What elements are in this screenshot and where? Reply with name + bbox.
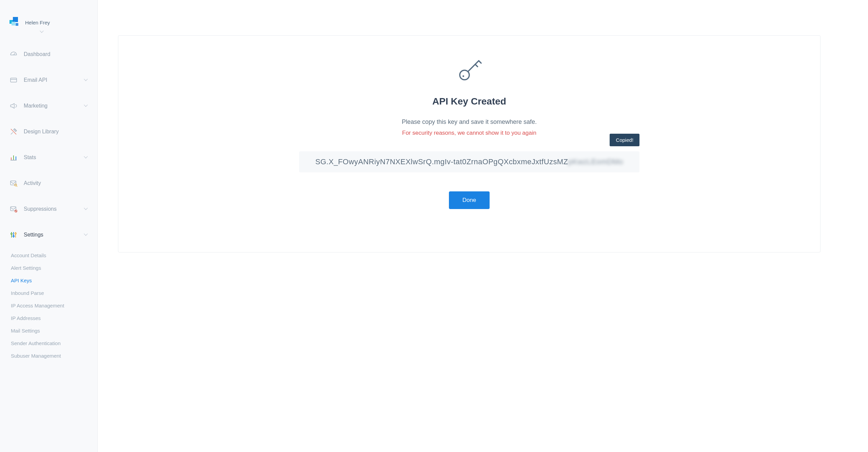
sidebar-item-marketing[interactable]: Marketing	[0, 93, 97, 119]
sliders-icon	[9, 231, 18, 239]
chevron-down-icon	[40, 30, 44, 34]
sidebar-item-email-api[interactable]: Email API	[0, 67, 97, 93]
nav-label: Activity	[24, 180, 41, 186]
sidebar-item-design-library[interactable]: Design Library	[0, 119, 97, 145]
api-key-visible-text: SG.X_FOwyANRiyN7NXEXlwSrQ.mgIv-tat0ZrnaO…	[315, 157, 568, 166]
account-name: Helen Frey	[25, 20, 50, 25]
chevron-down-icon	[84, 156, 88, 159]
api-key-obscured-text: pKwzLEomDMo	[568, 157, 623, 166]
nav-label: Marketing	[24, 103, 47, 109]
api-key-created-panel: API Key Created Please copy this key and…	[118, 35, 821, 252]
nav-label: Stats	[24, 154, 36, 161]
settings-subnav: Account Details Alert Settings API Keys …	[0, 248, 97, 365]
subnav-alert-settings[interactable]: Alert Settings	[7, 262, 97, 274]
chevron-down-icon	[84, 233, 88, 237]
panel-warning: For security reasons, we cannot show it …	[402, 130, 536, 136]
key-icon	[455, 56, 484, 84]
nav-label: Dashboard	[24, 51, 50, 57]
sidebar: Helen Frey Dashboard Email API Marketing	[0, 0, 98, 452]
subnav-inbound-parse[interactable]: Inbound Parse	[7, 287, 97, 299]
subnav-ip-addresses[interactable]: IP Addresses	[7, 312, 97, 324]
api-key-value[interactable]: SG.X_FOwyANRiyN7NXEXlwSrQ.mgIv-tat0ZrnaO…	[299, 151, 639, 172]
card-icon	[9, 76, 18, 84]
svg-rect-0	[11, 78, 17, 82]
subnav-account-details[interactable]: Account Details	[7, 249, 97, 262]
subnav-subuser-mgmt[interactable]: Subuser Management	[7, 350, 97, 362]
subnav-sender-auth[interactable]: Sender Authentication	[7, 337, 97, 350]
chevron-down-icon	[84, 78, 88, 82]
nav-label: Settings	[24, 232, 43, 238]
panel-title: API Key Created	[432, 96, 506, 107]
chevron-down-icon	[84, 207, 88, 211]
svg-point-7	[15, 233, 16, 234]
subnav-api-keys[interactable]: API Keys	[7, 274, 97, 287]
tools-icon	[9, 128, 18, 136]
sidebar-item-activity[interactable]: Activity	[0, 170, 97, 196]
svg-point-5	[11, 233, 12, 234]
gauge-icon	[9, 50, 18, 58]
bar-chart-icon	[9, 153, 18, 162]
nav-label: Suppressions	[24, 206, 57, 212]
sidebar-item-dashboard[interactable]: Dashboard	[0, 41, 97, 67]
sidebar-item-settings[interactable]: Settings	[0, 222, 97, 248]
nav-label: Email API	[24, 77, 47, 83]
panel-instruction: Please copy this key and save it somewhe…	[402, 118, 537, 126]
done-button[interactable]: Done	[449, 191, 490, 209]
copied-tooltip: Copied!	[610, 134, 639, 146]
nav-label: Design Library	[24, 129, 59, 135]
svg-point-6	[13, 236, 14, 237]
main-content: API Key Created Please copy this key and…	[98, 0, 868, 452]
subnav-ip-access[interactable]: IP Access Management	[7, 299, 97, 312]
sidebar-item-stats[interactable]: Stats	[0, 145, 97, 170]
api-key-container: Copied! SG.X_FOwyANRiyN7NXEXlwSrQ.mgIv-t…	[299, 151, 639, 172]
envelope-search-icon	[9, 179, 18, 187]
sidebar-item-suppressions[interactable]: Suppressions	[0, 196, 97, 222]
account-switcher[interactable]: Helen Frey	[0, 10, 97, 41]
svg-point-9	[462, 75, 464, 77]
envelope-block-icon	[9, 205, 18, 213]
brand-logo-icon	[9, 17, 20, 28]
megaphone-icon	[9, 102, 18, 110]
subnav-mail-settings[interactable]: Mail Settings	[7, 324, 97, 337]
chevron-down-icon	[84, 104, 88, 108]
